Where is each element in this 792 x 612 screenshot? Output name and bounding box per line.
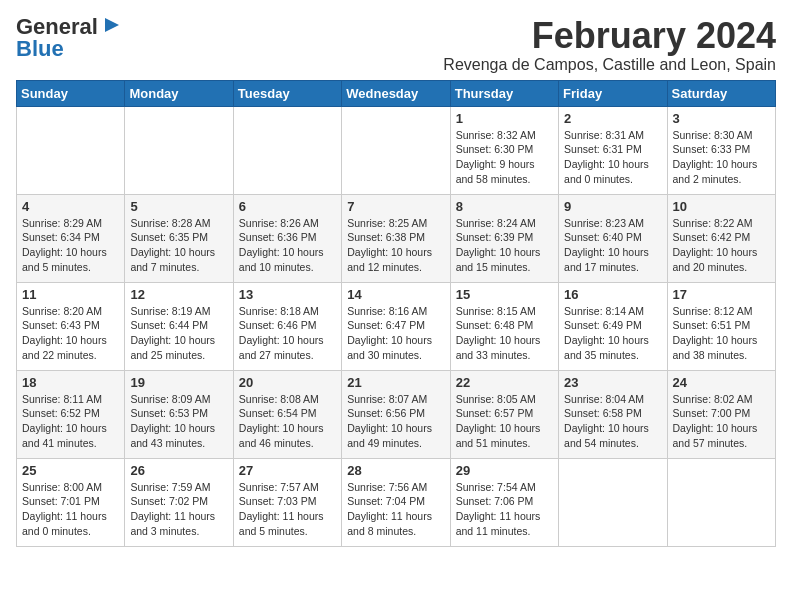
day-number: 8 [456, 199, 553, 214]
day-number: 25 [22, 463, 119, 478]
col-header-thursday: Thursday [450, 80, 558, 106]
day-info: Sunrise: 8:23 AMSunset: 6:40 PMDaylight:… [564, 216, 661, 275]
day-info: Sunrise: 8:28 AMSunset: 6:35 PMDaylight:… [130, 216, 227, 275]
day-number: 12 [130, 287, 227, 302]
day-info: Sunrise: 8:22 AMSunset: 6:42 PMDaylight:… [673, 216, 770, 275]
calendar-cell: 2Sunrise: 8:31 AMSunset: 6:31 PMDaylight… [559, 106, 667, 194]
calendar-cell: 23Sunrise: 8:04 AMSunset: 6:58 PMDayligh… [559, 370, 667, 458]
col-header-tuesday: Tuesday [233, 80, 341, 106]
calendar-cell: 25Sunrise: 8:00 AMSunset: 7:01 PMDayligh… [17, 458, 125, 546]
day-number: 23 [564, 375, 661, 390]
day-info: Sunrise: 8:02 AMSunset: 7:00 PMDaylight:… [673, 392, 770, 451]
calendar-cell: 9Sunrise: 8:23 AMSunset: 6:40 PMDaylight… [559, 194, 667, 282]
day-info: Sunrise: 8:20 AMSunset: 6:43 PMDaylight:… [22, 304, 119, 363]
day-info: Sunrise: 8:29 AMSunset: 6:34 PMDaylight:… [22, 216, 119, 275]
calendar-cell: 13Sunrise: 8:18 AMSunset: 6:46 PMDayligh… [233, 282, 341, 370]
calendar-cell: 8Sunrise: 8:24 AMSunset: 6:39 PMDaylight… [450, 194, 558, 282]
logo-blue: Blue [16, 36, 64, 61]
day-info: Sunrise: 8:11 AMSunset: 6:52 PMDaylight:… [22, 392, 119, 451]
calendar-cell: 27Sunrise: 7:57 AMSunset: 7:03 PMDayligh… [233, 458, 341, 546]
day-number: 14 [347, 287, 444, 302]
calendar-cell: 3Sunrise: 8:30 AMSunset: 6:33 PMDaylight… [667, 106, 775, 194]
calendar-cell [125, 106, 233, 194]
week-row-2: 4Sunrise: 8:29 AMSunset: 6:34 PMDaylight… [17, 194, 776, 282]
day-info: Sunrise: 8:12 AMSunset: 6:51 PMDaylight:… [673, 304, 770, 363]
day-info: Sunrise: 8:09 AMSunset: 6:53 PMDaylight:… [130, 392, 227, 451]
calendar-cell: 24Sunrise: 8:02 AMSunset: 7:00 PMDayligh… [667, 370, 775, 458]
logo-general: General [16, 16, 98, 38]
calendar-cell: 18Sunrise: 8:11 AMSunset: 6:52 PMDayligh… [17, 370, 125, 458]
day-number: 1 [456, 111, 553, 126]
day-number: 24 [673, 375, 770, 390]
day-number: 6 [239, 199, 336, 214]
day-info: Sunrise: 8:30 AMSunset: 6:33 PMDaylight:… [673, 128, 770, 187]
calendar-cell: 1Sunrise: 8:32 AMSunset: 6:30 PMDaylight… [450, 106, 558, 194]
calendar-cell: 19Sunrise: 8:09 AMSunset: 6:53 PMDayligh… [125, 370, 233, 458]
header: General Blue February 2024 Revenga de Ca… [16, 16, 776, 74]
day-number: 5 [130, 199, 227, 214]
day-number: 3 [673, 111, 770, 126]
day-info: Sunrise: 8:04 AMSunset: 6:58 PMDaylight:… [564, 392, 661, 451]
week-row-3: 11Sunrise: 8:20 AMSunset: 6:43 PMDayligh… [17, 282, 776, 370]
calendar-cell: 4Sunrise: 8:29 AMSunset: 6:34 PMDaylight… [17, 194, 125, 282]
day-info: Sunrise: 8:24 AMSunset: 6:39 PMDaylight:… [456, 216, 553, 275]
col-header-friday: Friday [559, 80, 667, 106]
day-number: 26 [130, 463, 227, 478]
calendar-cell: 10Sunrise: 8:22 AMSunset: 6:42 PMDayligh… [667, 194, 775, 282]
col-header-sunday: Sunday [17, 80, 125, 106]
calendar-cell: 22Sunrise: 8:05 AMSunset: 6:57 PMDayligh… [450, 370, 558, 458]
day-number: 4 [22, 199, 119, 214]
calendar-cell: 12Sunrise: 8:19 AMSunset: 6:44 PMDayligh… [125, 282, 233, 370]
week-row-4: 18Sunrise: 8:11 AMSunset: 6:52 PMDayligh… [17, 370, 776, 458]
logo-triangle-icon [101, 16, 119, 34]
month-title: February 2024 [443, 16, 776, 56]
calendar-table: SundayMondayTuesdayWednesdayThursdayFrid… [16, 80, 776, 547]
calendar-cell [233, 106, 341, 194]
day-number: 17 [673, 287, 770, 302]
day-info: Sunrise: 8:16 AMSunset: 6:47 PMDaylight:… [347, 304, 444, 363]
calendar-cell: 11Sunrise: 8:20 AMSunset: 6:43 PMDayligh… [17, 282, 125, 370]
calendar-cell: 16Sunrise: 8:14 AMSunset: 6:49 PMDayligh… [559, 282, 667, 370]
day-info: Sunrise: 7:56 AMSunset: 7:04 PMDaylight:… [347, 480, 444, 539]
calendar-cell: 21Sunrise: 8:07 AMSunset: 6:56 PMDayligh… [342, 370, 450, 458]
day-info: Sunrise: 7:59 AMSunset: 7:02 PMDaylight:… [130, 480, 227, 539]
day-number: 18 [22, 375, 119, 390]
calendar-cell: 28Sunrise: 7:56 AMSunset: 7:04 PMDayligh… [342, 458, 450, 546]
day-info: Sunrise: 8:19 AMSunset: 6:44 PMDaylight:… [130, 304, 227, 363]
day-number: 27 [239, 463, 336, 478]
day-info: Sunrise: 8:15 AMSunset: 6:48 PMDaylight:… [456, 304, 553, 363]
day-info: Sunrise: 7:57 AMSunset: 7:03 PMDaylight:… [239, 480, 336, 539]
day-info: Sunrise: 8:32 AMSunset: 6:30 PMDaylight:… [456, 128, 553, 187]
calendar-cell: 5Sunrise: 8:28 AMSunset: 6:35 PMDaylight… [125, 194, 233, 282]
calendar-body: 1Sunrise: 8:32 AMSunset: 6:30 PMDaylight… [17, 106, 776, 546]
day-number: 29 [456, 463, 553, 478]
day-number: 28 [347, 463, 444, 478]
day-number: 19 [130, 375, 227, 390]
day-number: 13 [239, 287, 336, 302]
calendar-cell: 15Sunrise: 8:15 AMSunset: 6:48 PMDayligh… [450, 282, 558, 370]
day-info: Sunrise: 8:00 AMSunset: 7:01 PMDaylight:… [22, 480, 119, 539]
calendar-cell: 14Sunrise: 8:16 AMSunset: 6:47 PMDayligh… [342, 282, 450, 370]
day-number: 21 [347, 375, 444, 390]
day-number: 10 [673, 199, 770, 214]
calendar-cell: 20Sunrise: 8:08 AMSunset: 6:54 PMDayligh… [233, 370, 341, 458]
week-row-1: 1Sunrise: 8:32 AMSunset: 6:30 PMDaylight… [17, 106, 776, 194]
svg-marker-0 [105, 18, 119, 32]
calendar-cell [342, 106, 450, 194]
col-header-wednesday: Wednesday [342, 80, 450, 106]
calendar-cell: 7Sunrise: 8:25 AMSunset: 6:38 PMDaylight… [342, 194, 450, 282]
day-number: 9 [564, 199, 661, 214]
day-number: 20 [239, 375, 336, 390]
day-info: Sunrise: 8:14 AMSunset: 6:49 PMDaylight:… [564, 304, 661, 363]
day-info: Sunrise: 8:31 AMSunset: 6:31 PMDaylight:… [564, 128, 661, 187]
col-header-saturday: Saturday [667, 80, 775, 106]
day-number: 2 [564, 111, 661, 126]
calendar-cell [667, 458, 775, 546]
day-info: Sunrise: 8:25 AMSunset: 6:38 PMDaylight:… [347, 216, 444, 275]
day-number: 16 [564, 287, 661, 302]
title-area: February 2024 Revenga de Campos, Castill… [443, 16, 776, 74]
day-info: Sunrise: 8:05 AMSunset: 6:57 PMDaylight:… [456, 392, 553, 451]
calendar-cell: 29Sunrise: 7:54 AMSunset: 7:06 PMDayligh… [450, 458, 558, 546]
day-number: 22 [456, 375, 553, 390]
calendar-cell [559, 458, 667, 546]
